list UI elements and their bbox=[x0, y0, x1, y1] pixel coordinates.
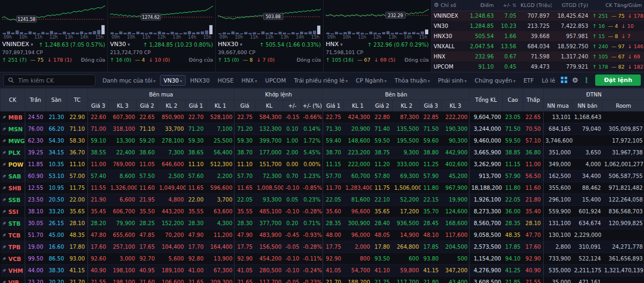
column-subheader[interactable]: Giá bbox=[235, 100, 255, 111]
price-cell[interactable]: 28.30 bbox=[235, 218, 255, 229]
price-cell[interactable]: 22.05 bbox=[323, 194, 344, 206]
column-subheader[interactable]: NN mua bbox=[544, 100, 573, 111]
ticker-symbol[interactable]: SAB bbox=[2, 173, 24, 180]
price-cell[interactable]: 22.65 bbox=[523, 111, 544, 123]
price-cell[interactable]: 22.80 bbox=[372, 111, 393, 123]
price-cell[interactable]: 47.70 bbox=[523, 229, 544, 241]
price-cell[interactable]: 11.55 bbox=[88, 182, 109, 194]
price-cell[interactable]: 21.95 bbox=[137, 194, 158, 206]
layout-grid-icon[interactable] bbox=[561, 75, 567, 85]
tab-ch-ng-quy-n[interactable]: Chứng quyền▾ bbox=[471, 75, 519, 86]
price-cell[interactable]: 23.05 bbox=[503, 111, 523, 123]
tab-cp-ng-nh[interactable]: CP Ngành▾ bbox=[352, 75, 390, 86]
ticker-symbol[interactable]: SSI bbox=[2, 208, 24, 215]
price-cell[interactable]: 57.90 bbox=[503, 170, 523, 182]
price-cell[interactable]: 59.50 bbox=[503, 135, 523, 147]
index-row[interactable]: UPCOM91.100.4549.473779.921↑ 178— 82↓ 18… bbox=[431, 62, 644, 72]
column-group-header[interactable]: Thấp bbox=[523, 89, 544, 111]
price-cell[interactable]: 17.75 bbox=[323, 241, 344, 253]
pin-icon[interactable] bbox=[2, 220, 6, 227]
price-cell[interactable]: 41.25 bbox=[503, 265, 523, 277]
price-cell[interactable]: 71.40 bbox=[372, 123, 393, 135]
ticker-cell[interactable]: TCB bbox=[1, 229, 25, 241]
ticker-symbol[interactable]: PLX bbox=[2, 150, 24, 156]
price-cell[interactable]: 21.55 bbox=[523, 277, 544, 283]
price-cell[interactable]: 92.90 bbox=[523, 253, 544, 265]
price-cell[interactable]: 28.35 bbox=[323, 218, 344, 229]
index-table-header[interactable]: GTGD (Tỷ) bbox=[552, 0, 590, 11]
ticker-cell[interactable]: VIB bbox=[1, 277, 25, 283]
price-cell[interactable]: 48.35 bbox=[503, 229, 523, 241]
column-subheader[interactable]: Giá 1 bbox=[186, 100, 207, 111]
column-subheader[interactable]: KL 3 bbox=[109, 100, 137, 111]
ticker-symbol[interactable]: VCB bbox=[2, 256, 24, 262]
price-cell[interactable]: 11.65 bbox=[186, 182, 207, 194]
price-cell[interactable]: 11.80 bbox=[421, 182, 442, 194]
search-box[interactable] bbox=[3, 75, 96, 86]
ticker-cell[interactable]: TPB bbox=[1, 241, 25, 253]
index-selector[interactable]: VNINDEX▾ bbox=[2, 40, 33, 49]
price-cell[interactable]: 35.50 bbox=[137, 206, 158, 218]
price-cell[interactable]: 21.80 bbox=[421, 277, 442, 283]
price-cell[interactable]: 35.60 bbox=[323, 206, 344, 218]
column-group-header[interactable]: Bên bán bbox=[323, 89, 470, 100]
price-cell[interactable]: 17.75 bbox=[235, 241, 255, 253]
column-subheader[interactable]: KL 2 bbox=[158, 100, 186, 111]
price-cell[interactable]: 59.30 bbox=[186, 135, 207, 147]
price-cell[interactable]: 22.75 bbox=[235, 111, 255, 123]
price-cell[interactable]: 28.35 bbox=[503, 218, 523, 229]
tab-l-l-[interactable]: Lô lẻ▾ bbox=[538, 75, 555, 86]
price-cell[interactable]: 11.60 bbox=[137, 182, 158, 194]
price-cell[interactable]: 22.60 bbox=[88, 111, 109, 123]
price-cell[interactable]: 40.90 bbox=[88, 265, 109, 277]
price-cell[interactable]: 17.85 bbox=[421, 241, 442, 253]
ticker-symbol[interactable]: POW bbox=[2, 161, 24, 168]
price-cell[interactable]: 47.85 bbox=[137, 229, 158, 241]
price-cell[interactable]: 17.70 bbox=[186, 241, 207, 253]
price-cell[interactable]: 92.90 bbox=[235, 253, 255, 265]
price-cell[interactable]: 11.20 bbox=[372, 159, 393, 170]
index-selector[interactable]: HNX▾ bbox=[326, 40, 343, 49]
price-cell[interactable]: 94.10 bbox=[503, 253, 523, 265]
price-cell[interactable]: 22.70 bbox=[186, 111, 207, 123]
column-group-header[interactable]: Trần bbox=[25, 89, 46, 111]
column-subheader[interactable]: +/- bbox=[283, 100, 302, 111]
price-cell[interactable]: 38.80 bbox=[421, 147, 442, 159]
price-cell[interactable]: 38.70 bbox=[235, 147, 255, 159]
price-cell[interactable]: 11.70 bbox=[323, 182, 344, 194]
price-cell[interactable]: 11.15 bbox=[503, 159, 523, 170]
price-cell[interactable]: 28.40 bbox=[372, 218, 393, 229]
ticker-symbol[interactable]: VIB bbox=[2, 279, 24, 283]
ticker-cell[interactable]: PLX bbox=[1, 147, 25, 159]
tab-ph-i-sinh[interactable]: Phái sinh▾ bbox=[434, 75, 470, 86]
column-group-header[interactable]: Sàn bbox=[46, 89, 67, 111]
column-subheader[interactable]: NN bán bbox=[573, 100, 603, 111]
price-cell[interactable]: 57.50 bbox=[137, 170, 158, 182]
column-subheader[interactable]: KL bbox=[255, 100, 283, 111]
price-cell[interactable]: 56.50 bbox=[523, 170, 544, 182]
price-cell[interactable]: 57.90 bbox=[421, 170, 442, 182]
ticker-symbol[interactable]: MBB bbox=[2, 114, 24, 121]
ticker-cell[interactable]: STB bbox=[1, 218, 25, 229]
tab-danh-m-c-c-a-t-i[interactable]: Danh mục của tôi▾ bbox=[99, 75, 159, 86]
price-cell[interactable]: 21.60 bbox=[137, 277, 158, 283]
price-cell[interactable]: 11.00 bbox=[523, 159, 544, 170]
price-cell[interactable]: 57.70 bbox=[323, 170, 344, 182]
ticker-symbol[interactable]: TCB bbox=[2, 232, 24, 239]
price-cell[interactable]: 21.70 bbox=[323, 277, 344, 283]
ticker-symbol[interactable]: TPB bbox=[2, 244, 24, 250]
price-cell[interactable]: 38.85 bbox=[503, 147, 523, 159]
price-cell[interactable]: 38.70 bbox=[323, 147, 344, 159]
price-cell[interactable]: 71.50 bbox=[421, 123, 442, 135]
tab-hnx[interactable]: HNX▾ bbox=[238, 75, 261, 86]
column-subheader[interactable]: Giá 2 bbox=[137, 100, 158, 111]
price-cell[interactable]: 21.85 bbox=[503, 277, 523, 283]
column-subheader[interactable]: +/- (%) bbox=[302, 100, 323, 111]
price-cell[interactable]: 71.20 bbox=[235, 123, 255, 135]
ticker-cell[interactable]: SHB bbox=[1, 182, 25, 194]
tab-vn30[interactable]: VN30▾ bbox=[160, 75, 186, 86]
pin-icon[interactable] bbox=[2, 126, 6, 132]
price-cell[interactable]: 41.05 bbox=[235, 265, 255, 277]
price-cell[interactable]: 17.80 bbox=[372, 241, 393, 253]
price-cell[interactable]: 11.10 bbox=[235, 159, 255, 170]
